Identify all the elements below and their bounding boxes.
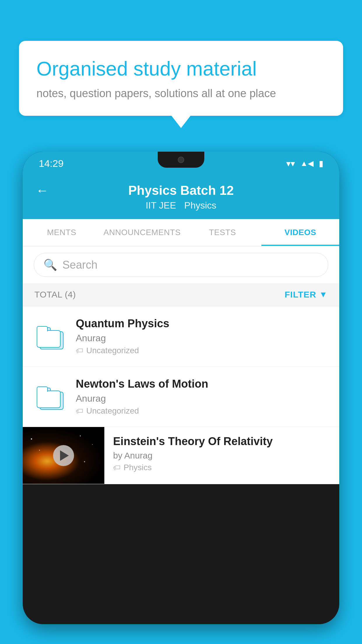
play-triangle-icon (60, 450, 69, 461)
status-icons: ▾▾ ▲◀ ▮ (286, 158, 323, 169)
video-title-3: Einstein's Theory Of Relativity (113, 435, 331, 448)
header-subtitle-physics: Physics (184, 200, 216, 211)
back-button[interactable]: ← (36, 183, 49, 198)
header-subtitle: IIT JEE Physics (146, 200, 217, 211)
video-tag-3: 🏷 Physics (113, 463, 331, 472)
video-info-3: Einstein's Theory Of Relativity by Anura… (104, 427, 339, 480)
header-title: Physics Batch 12 (128, 183, 234, 198)
search-placeholder: Search (62, 259, 97, 271)
video-title-2: Newton's Laws of Motion (76, 378, 328, 390)
folder-thumb-1 (34, 320, 66, 352)
video-tag-2: 🏷 Uncategorized (76, 406, 328, 416)
tabs-bar: MENTS ANNOUNCEMENTS TESTS VIDEOS (23, 219, 339, 246)
video-author-3: by Anurag (113, 451, 331, 461)
folder-front (37, 330, 61, 348)
folder-front-2 (37, 391, 61, 408)
filter-button[interactable]: FILTER ▼ (285, 290, 328, 300)
status-time: 14:29 (39, 158, 64, 169)
total-label: TOTAL (4) (34, 290, 76, 300)
notch (158, 152, 204, 168)
video-list: Quantum Physics Anurag 🏷 Uncategorized (23, 306, 339, 484)
video-tag-label-1: Uncategorized (86, 346, 139, 355)
tab-announcements[interactable]: ANNOUNCEMENTS (101, 219, 184, 246)
header-row: ← Physics Batch 12 (36, 183, 326, 198)
search-input-wrap[interactable]: 🔍 Search (34, 253, 328, 277)
speech-bubble-subtitle: notes, question papers, solutions all at… (36, 87, 326, 100)
play-button-3[interactable] (53, 445, 74, 466)
video-info-1: Quantum Physics Anurag 🏷 Uncategorized (76, 317, 328, 355)
video-thumbnail-3 (23, 427, 104, 484)
folder-thumb-2 (34, 381, 66, 413)
tab-videos[interactable]: VIDEOS (261, 219, 339, 246)
tab-ments[interactable]: MENTS (23, 219, 101, 246)
tag-icon-3: 🏷 (113, 463, 121, 472)
speech-bubble-title: Organised study material (36, 57, 326, 81)
camera-dot (178, 157, 184, 163)
phone-frame: 14:29 ▾▾ ▲◀ ▮ ← Physics Batch 12 IIT JEE… (23, 152, 339, 624)
tag-icon-1: 🏷 (76, 346, 83, 355)
folder-tab-front-2 (37, 386, 48, 392)
video-author-2: Anurag (76, 393, 328, 404)
search-bar: 🔍 Search (23, 246, 339, 283)
battery-icon: ▮ (319, 159, 323, 168)
app-header: ← Physics Batch 12 IIT JEE Physics (23, 175, 339, 219)
video-info-2: Newton's Laws of Motion Anurag 🏷 Uncateg… (76, 378, 328, 416)
video-tag-1: 🏷 Uncategorized (76, 346, 328, 355)
status-bar: 14:29 ▾▾ ▲◀ ▮ (23, 152, 339, 175)
tab-tests[interactable]: TESTS (184, 219, 261, 246)
speech-bubble: Organised study material notes, question… (19, 41, 343, 116)
list-item[interactable]: Newton's Laws of Motion Anurag 🏷 Uncateg… (23, 367, 339, 427)
video-author-1: Anurag (76, 333, 328, 344)
search-icon: 🔍 (43, 258, 57, 271)
filter-icon: ▼ (319, 290, 328, 299)
tag-icon-2: 🏷 (76, 407, 83, 416)
speech-bubble-container: Organised study material notes, question… (19, 41, 343, 116)
phone-frame-wrapper: 14:29 ▾▾ ▲◀ ▮ ← Physics Batch 12 IIT JEE… (23, 152, 339, 644)
signal-icon: ▲◀ (300, 159, 314, 168)
filter-label: FILTER (285, 290, 317, 300)
folder-tab-front (37, 326, 48, 331)
list-item[interactable]: Einstein's Theory Of Relativity by Anura… (23, 427, 339, 484)
list-item[interactable]: Quantum Physics Anurag 🏷 Uncategorized (23, 306, 339, 367)
video-tag-label-2: Uncategorized (86, 406, 139, 416)
filter-row: TOTAL (4) FILTER ▼ (23, 283, 339, 306)
video-tag-label-3: Physics (124, 463, 152, 472)
video-title-1: Quantum Physics (76, 317, 328, 330)
wifi-icon: ▾▾ (286, 158, 295, 169)
header-subtitle-iitjee: IIT JEE (146, 200, 176, 211)
